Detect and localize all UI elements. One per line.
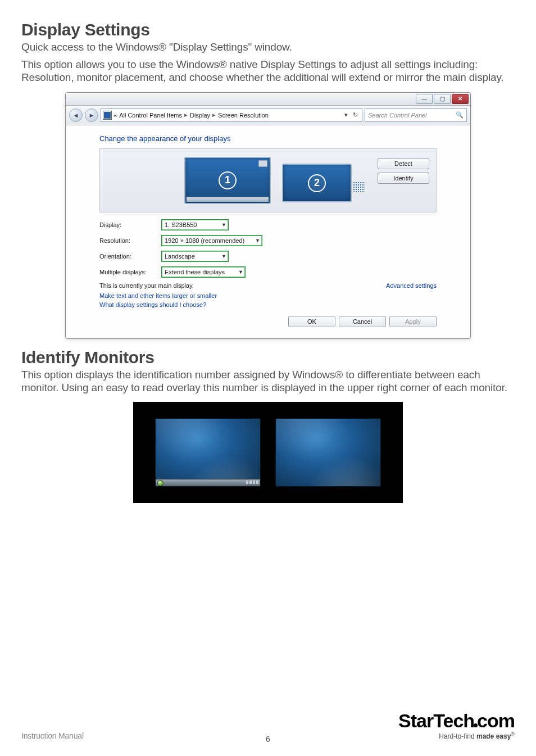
forward-button[interactable]: ► xyxy=(85,108,98,122)
identify-monitors-image xyxy=(133,402,403,503)
intro-text-1: Quick access to the Windows® "Display Se… xyxy=(21,40,515,53)
control-panel-icon xyxy=(103,111,111,119)
advanced-settings-link[interactable]: Advanced settings xyxy=(386,282,437,289)
breadcrumb-item-2[interactable]: Screen Resolution xyxy=(218,112,269,119)
chevron-icon: ▸ xyxy=(182,111,190,119)
chevron-down-icon: ▼ xyxy=(219,222,226,228)
display-label: Display: xyxy=(99,221,161,228)
ok-button[interactable]: OK xyxy=(288,316,335,327)
close-button[interactable]: ✕ xyxy=(452,94,469,104)
monitor-1-label: 1 xyxy=(219,171,237,189)
search-placeholder: Search Control Panel xyxy=(368,112,427,119)
help-link[interactable]: What display settings should I choose? xyxy=(99,301,437,308)
window-titlebar: — ▢ ✕ xyxy=(66,93,470,106)
display-select[interactable]: 1. S23B550▼ xyxy=(161,219,229,230)
brand-name: StarTech xyxy=(398,710,474,731)
orientation-value: Landscape xyxy=(165,253,195,260)
body-text-2: This option displays the identification … xyxy=(21,368,515,394)
chevron-icon: ▸ xyxy=(210,111,218,119)
section-title: Change the appearance of your displays xyxy=(99,134,437,143)
maximize-button[interactable]: ▢ xyxy=(434,94,451,104)
identify-button[interactable]: Identify xyxy=(378,173,429,184)
minimize-button[interactable]: — xyxy=(416,94,433,104)
explorer-navbar: ◄ ► « All Control Panel Items ▸ Display … xyxy=(66,106,470,125)
resolution-label: Resolution: xyxy=(99,237,161,244)
multiple-displays-value: Extend these displays xyxy=(165,269,225,275)
heading-display-settings: Display Settings xyxy=(21,20,515,39)
dropdown-icon[interactable]: ▾ xyxy=(342,111,351,119)
apply-button[interactable]: Apply xyxy=(389,316,437,327)
cancel-button[interactable]: Cancel xyxy=(339,316,386,327)
taskbar xyxy=(156,479,260,486)
monitor-1[interactable]: 1 xyxy=(184,157,271,204)
monitor-2-label: 2 xyxy=(308,174,326,192)
display-arrangement-area[interactable]: 1 2 Detect Identify xyxy=(99,148,437,212)
address-bar[interactable]: « All Control Panel Items ▸ Display ▸ Sc… xyxy=(101,108,362,122)
page-number: 6 xyxy=(0,735,536,744)
desktop-screen-2 xyxy=(275,418,381,487)
text-size-link[interactable]: Make text and other items larger or smal… xyxy=(99,292,437,299)
resolution-select[interactable]: 1920 × 1080 (recommended)▼ xyxy=(161,235,262,246)
refresh-icon[interactable]: ↻ xyxy=(351,111,360,119)
multiple-displays-select[interactable]: Extend these displays▼ xyxy=(161,266,246,278)
orientation-select[interactable]: Landscape▼ xyxy=(161,251,229,262)
desktop-screen-1 xyxy=(155,418,261,487)
chevron-down-icon: ▼ xyxy=(219,253,226,259)
search-icon: 🔍 xyxy=(456,111,464,119)
main-display-note: This is currently your main display. xyxy=(99,282,194,289)
breadcrumb-item-1[interactable]: Display xyxy=(190,112,210,119)
body-text-1: This option allows you to use the Window… xyxy=(21,58,515,84)
start-orb-icon xyxy=(157,480,163,486)
monitor-2[interactable]: 2 xyxy=(282,164,352,202)
orientation-label: Orientation: xyxy=(99,253,161,260)
back-button[interactable]: ◄ xyxy=(69,108,83,122)
brand-suffix: com xyxy=(477,710,515,731)
window-content: Change the appearance of your displays 1… xyxy=(66,125,470,338)
multiple-displays-label: Multiple displays: xyxy=(99,269,161,275)
chevron-down-icon: ▼ xyxy=(235,269,243,275)
search-input[interactable]: Search Control Panel 🔍 xyxy=(365,108,467,122)
breadcrumb-item-0[interactable]: All Control Panel Items xyxy=(117,112,182,119)
resolution-value: 1920 × 1080 (recommended) xyxy=(165,237,244,244)
screen-resolution-window: — ▢ ✕ ◄ ► « All Control Panel Items ▸ Di… xyxy=(65,92,471,339)
chevron-down-icon: ▼ xyxy=(252,238,260,243)
heading-identify-monitors: Identify Monitors xyxy=(21,348,515,367)
detect-button[interactable]: Detect xyxy=(378,158,429,169)
display-value: 1. S23B550 xyxy=(165,221,197,228)
